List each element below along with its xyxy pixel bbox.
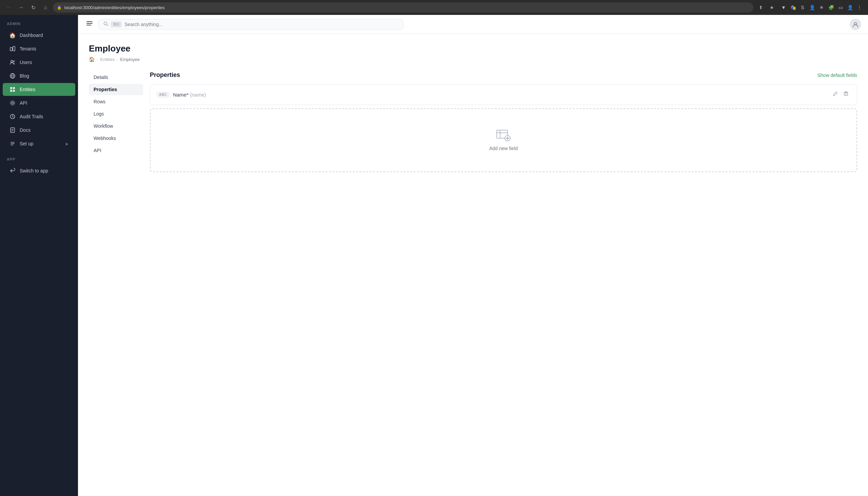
app-container: ADMIN 🏠 Dashboard Tenants Users Blog <box>0 15 868 496</box>
search-bar: ⌘K <box>98 19 403 30</box>
menu-toggle-button[interactable] <box>85 19 94 30</box>
address-bar: 🔒 localhost:3000/admin/entities/employee… <box>53 2 753 13</box>
docs-icon <box>10 127 16 133</box>
blog-icon <box>10 73 16 79</box>
entity-nav-rows[interactable]: Rows <box>89 96 143 107</box>
ext-menu[interactable]: ⋮ <box>855 3 864 12</box>
svg-rect-1 <box>13 46 15 51</box>
entity-nav-workflow[interactable]: Workflow <box>89 120 143 132</box>
svg-line-20 <box>107 25 108 26</box>
field-actions <box>831 90 850 99</box>
audit-trails-icon <box>10 113 16 120</box>
ext-7[interactable]: ▭ <box>836 3 845 12</box>
search-icon <box>103 21 108 27</box>
sidebar-item-label: Switch to app <box>20 168 69 173</box>
ext-2[interactable]: 🎭 <box>789 3 797 12</box>
sidebar-item-api[interactable]: API <box>3 96 75 109</box>
field-edit-button[interactable] <box>831 90 839 99</box>
api-icon <box>10 100 16 106</box>
search-shortcut: ⌘K <box>111 21 122 28</box>
home-button[interactable]: ⌂ <box>41 3 50 12</box>
sidebar-item-label: Entities <box>20 87 69 92</box>
ext-8[interactable]: 👤 <box>845 3 854 12</box>
svg-point-2 <box>11 60 13 62</box>
breadcrumb-sep-2: › <box>117 57 118 62</box>
properties-panel: Properties Show default fields ABC Name*… <box>143 72 857 172</box>
ext-5[interactable]: ✳ <box>817 3 826 12</box>
sidebar-item-label: Dashboard <box>20 32 69 38</box>
admin-section-label: ADMIN <box>0 15 78 29</box>
breadcrumb: 🏠 › Entities › Employee <box>89 57 857 62</box>
users-icon <box>10 59 16 65</box>
sidebar-item-label: Tenants <box>20 46 69 51</box>
ext-6[interactable]: 🧩 <box>827 3 836 12</box>
entities-icon <box>10 87 16 93</box>
field-delete-button[interactable] <box>842 90 850 99</box>
breadcrumb-employee: Employee <box>120 57 140 62</box>
setup-arrow-icon: ▶ <box>66 142 69 146</box>
breadcrumb-home-icon[interactable]: 🏠 <box>89 57 94 62</box>
field-row: ABC Name* (name) <box>150 84 857 105</box>
add-field-icon <box>496 129 511 142</box>
app-section-label: APP <box>0 151 78 164</box>
sidebar: ADMIN 🏠 Dashboard Tenants Users Blog <box>0 15 78 496</box>
tenants-icon <box>10 46 16 52</box>
ext-1[interactable]: ▼ <box>779 3 788 12</box>
svg-point-10 <box>11 101 15 105</box>
entity-nav: Details Properties Rows Logs Workflow We… <box>89 72 143 172</box>
lock-icon: 🔒 <box>57 5 62 10</box>
entity-nav-webhooks[interactable]: Webhooks <box>89 133 143 144</box>
setup-icon <box>10 141 16 147</box>
sidebar-item-entities[interactable]: Entities <box>3 83 75 96</box>
forward-button[interactable]: → <box>16 3 26 12</box>
reload-button[interactable]: ↻ <box>29 3 38 12</box>
page-content: Employee 🏠 › Entities › Employee Details… <box>78 34 868 496</box>
ext-3[interactable]: S <box>798 3 807 12</box>
add-new-field-area[interactable]: Add new field <box>150 108 857 172</box>
field-slug: (name) <box>190 92 206 97</box>
sidebar-item-docs[interactable]: Docs <box>3 124 75 137</box>
sidebar-item-dashboard[interactable]: 🏠 Dashboard <box>3 29 75 42</box>
sidebar-item-users[interactable]: Users <box>3 56 75 69</box>
svg-rect-7 <box>10 90 12 92</box>
sidebar-item-blog[interactable]: Blog <box>3 69 75 82</box>
show-default-fields-button[interactable]: Show default fields <box>817 73 857 78</box>
ext-4[interactable]: 👤 <box>808 3 817 12</box>
sidebar-item-label: Audit Trails <box>20 114 69 119</box>
top-bar: ⌘K <box>78 15 868 34</box>
bookmark-button[interactable]: ★ <box>767 3 776 12</box>
search-input[interactable] <box>124 22 399 27</box>
user-avatar[interactable] <box>850 19 861 30</box>
entity-nav-logs[interactable]: Logs <box>89 108 143 120</box>
sidebar-item-label: Docs <box>20 127 69 133</box>
properties-header: Properties Show default fields <box>150 72 857 79</box>
back-button[interactable]: ← <box>4 3 14 12</box>
browser-actions: ⬆ ★ <box>756 3 776 12</box>
svg-rect-5 <box>10 87 12 89</box>
extension-icons: ▼ 🎭 S 👤 ✳ 🧩 ▭ 👤 ⋮ <box>779 3 864 12</box>
breadcrumb-sep-1: › <box>96 57 98 62</box>
sidebar-item-audit-trails[interactable]: Audit Trails <box>3 110 75 123</box>
svg-rect-6 <box>13 87 15 89</box>
breadcrumb-entities[interactable]: Entities <box>100 57 115 62</box>
field-type-badge: ABC <box>157 92 169 97</box>
browser-chrome: ← → ↻ ⌂ 🔒 localhost:3000/admin/entities/… <box>0 0 868 15</box>
sidebar-item-switch-to-app[interactable]: Switch to app <box>3 164 75 177</box>
field-name-text: Name* <box>173 92 190 97</box>
sidebar-item-label: Users <box>20 60 69 65</box>
entity-nav-details[interactable]: Details <box>89 72 143 83</box>
main-content: ⌘K Employee 🏠 › Entities › Employee Deta… <box>78 15 868 496</box>
sidebar-item-label: Set up <box>20 141 62 146</box>
sidebar-item-label: Blog <box>20 73 69 79</box>
page-title: Employee <box>89 43 857 54</box>
svg-rect-8 <box>13 90 15 92</box>
sidebar-item-tenants[interactable]: Tenants <box>3 42 75 55</box>
svg-point-9 <box>12 102 14 104</box>
svg-rect-22 <box>844 93 848 95</box>
entity-nav-properties[interactable]: Properties <box>89 84 143 95</box>
sidebar-item-setup[interactable]: Set up ▶ <box>3 137 75 150</box>
entity-nav-api[interactable]: API <box>89 145 143 156</box>
share-button[interactable]: ⬆ <box>756 3 766 12</box>
svg-point-3 <box>13 61 15 62</box>
dashboard-icon: 🏠 <box>10 32 16 38</box>
